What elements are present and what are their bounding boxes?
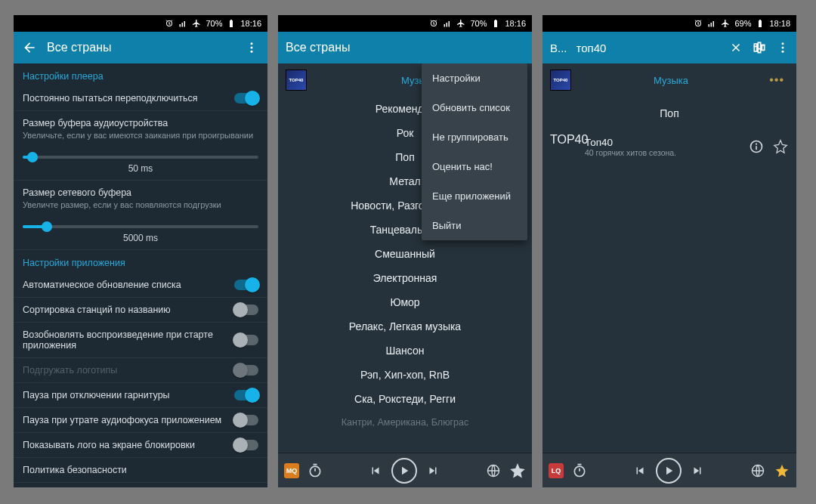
slider-audio-buffer[interactable]: 50 ms xyxy=(14,148,267,181)
info-button[interactable] xyxy=(748,138,765,155)
menu-rate[interactable]: Оценить нас! xyxy=(422,152,527,181)
setting-policy[interactable]: Политика безопасности xyxy=(14,458,267,483)
info-icon xyxy=(749,139,764,154)
setting-reconnect[interactable]: Постоянно пытаться переподключиться xyxy=(14,86,267,111)
search-input[interactable] xyxy=(576,42,720,54)
genre-item[interactable]: Шансон xyxy=(278,339,532,363)
prev-icon xyxy=(633,464,647,478)
genre-item[interactable]: Юмор xyxy=(278,290,532,314)
play-button[interactable] xyxy=(391,458,417,484)
status-bar: 69% 18:18 xyxy=(542,15,796,32)
battery-icon xyxy=(756,19,765,28)
toggle-reconnect[interactable] xyxy=(234,93,258,104)
menu-more-apps[interactable]: Еще приложений xyxy=(422,181,527,211)
back-button[interactable] xyxy=(21,39,38,56)
globe-button[interactable] xyxy=(750,462,766,479)
prev-button[interactable] xyxy=(367,462,384,479)
signal-icon xyxy=(178,19,187,28)
section-app: Настройки приложения xyxy=(14,250,267,273)
setting-sort[interactable]: Сортировка станций по названию xyxy=(14,298,267,323)
more-icon xyxy=(245,41,258,54)
app-bar: Все страны xyxy=(14,32,267,63)
sleep-timer-button[interactable] xyxy=(307,462,323,479)
timer-icon xyxy=(572,463,587,478)
favorite-button[interactable] xyxy=(509,462,526,479)
player-bar: MQ xyxy=(278,453,532,487)
favorite-button[interactable] xyxy=(772,138,789,155)
setting-pause-headphones[interactable]: Пауза при отключении гарнитуры xyxy=(14,383,267,408)
clear-search-button[interactable] xyxy=(729,39,743,56)
filter-icon xyxy=(752,40,767,55)
genre-item[interactable]: Кантри, Американа, Блюграс xyxy=(278,411,532,434)
page-title-truncated: В... xyxy=(550,42,567,54)
quality-badge[interactable]: MQ xyxy=(284,463,299,478)
battery-icon xyxy=(491,19,500,28)
setting-label: Размер буфера аудиоустройства xyxy=(23,118,258,128)
setting-audio-buffer[interactable]: Размер буфера аудиоустройства Увеличьте,… xyxy=(14,111,267,148)
menu-ungroup[interactable]: Не группировать xyxy=(422,122,527,152)
section-header[interactable]: TOP40 Музыка ••• xyxy=(542,63,796,97)
next-icon xyxy=(426,464,440,478)
sleep-timer-button[interactable] xyxy=(571,462,588,479)
next-button[interactable] xyxy=(425,462,441,479)
search-results: TOP40 Музыка ••• Поп TOP40 Топ40 40 горя… xyxy=(542,63,796,453)
setting-lockscreen-logo[interactable]: Показывать лого на экране блокировки xyxy=(14,433,267,458)
category-title: Поп xyxy=(542,97,796,127)
toggle-pause-hp[interactable] xyxy=(234,390,258,400)
clock: 18:16 xyxy=(505,19,526,28)
setting-net-buffer[interactable]: Размер сетевого буфера Увеличте размер, … xyxy=(14,181,267,218)
setting-label: Пауза при утрате аудиофокуса приложением xyxy=(23,415,227,425)
play-button[interactable] xyxy=(656,458,682,484)
star-icon xyxy=(773,139,788,154)
station-row[interactable]: TOP40 Топ40 40 горячих хитов сезона. xyxy=(542,127,796,166)
next-icon xyxy=(691,464,704,478)
globe-icon xyxy=(486,463,501,478)
slider-net-buffer[interactable]: 5000 ms xyxy=(14,218,267,250)
setting-label: Пауза при отключении гарнитуры xyxy=(23,390,227,400)
genre-item[interactable]: Электронная xyxy=(278,266,532,290)
station-thumb: TOP40 xyxy=(550,133,577,160)
menu-exit[interactable]: Выйти xyxy=(422,211,527,240)
setting-label: Сортировка станций по названию xyxy=(23,305,227,315)
globe-button[interactable] xyxy=(485,462,502,479)
genre-item[interactable]: Релакс, Легкая музыка xyxy=(278,314,532,339)
prev-button[interactable] xyxy=(632,462,648,479)
genres-screen: 70% 18:16 Все страны TOP40 Музыка Рекоме… xyxy=(278,15,532,487)
setting-auto-update[interactable]: Автоматическое обновление списка xyxy=(14,273,267,298)
page-title: Все страны xyxy=(47,41,234,54)
section-more-icon[interactable]: ••• xyxy=(765,73,789,87)
quality-badge[interactable]: LQ xyxy=(549,463,564,478)
status-bar: 70% 18:16 xyxy=(278,15,532,32)
setting-label: Размер сетевого буфера xyxy=(23,187,258,198)
star-icon xyxy=(774,463,790,478)
menu-settings[interactable]: Настройки xyxy=(422,63,527,93)
toggle-lock-logo[interactable] xyxy=(234,440,258,450)
station-desc: 40 горячих хитов сезона. xyxy=(585,148,740,157)
setting-resume[interactable]: Возобновлять воспроизведение при старте … xyxy=(14,323,267,358)
menu-refresh[interactable]: Обновить список xyxy=(422,93,527,122)
genre-item[interactable]: Ска, Рокстеди, Регги xyxy=(278,387,532,411)
signal-icon xyxy=(707,19,716,28)
next-button[interactable] xyxy=(689,462,706,479)
overflow-menu: Настройки Обновить список Не группироват… xyxy=(422,63,527,240)
filter-button[interactable] xyxy=(752,39,767,56)
search-screen: 69% 18:18 В... TOP40 Музыка ••• Поп TOP4… xyxy=(542,15,796,487)
toggle-auto-update[interactable] xyxy=(234,280,258,290)
setting-label: Постоянно пытаться переподключиться xyxy=(23,93,227,104)
toggle-sort[interactable] xyxy=(234,305,258,315)
battery-percent: 70% xyxy=(206,19,222,28)
slider-value: 5000 ms xyxy=(23,233,258,243)
prev-icon xyxy=(369,464,382,478)
slider-value: 50 ms xyxy=(23,163,258,174)
page-title: Все страны xyxy=(286,41,524,54)
overflow-button[interactable] xyxy=(776,39,790,56)
genre-item[interactable]: Смешанный xyxy=(278,242,532,266)
setting-pause-audiofocus[interactable]: Пауза при утрате аудиофокуса приложением xyxy=(14,408,267,433)
genre-item[interactable]: Рэп, Хип-хоп, RnB xyxy=(278,363,532,387)
favorite-button[interactable] xyxy=(774,462,790,479)
alarm-icon xyxy=(694,19,703,28)
settings-list[interactable]: Настройки плеера Постоянно пытаться пере… xyxy=(14,63,267,487)
toggle-pause-af[interactable] xyxy=(234,415,258,425)
overflow-button[interactable] xyxy=(243,39,260,56)
toggle-resume[interactable] xyxy=(234,335,258,345)
